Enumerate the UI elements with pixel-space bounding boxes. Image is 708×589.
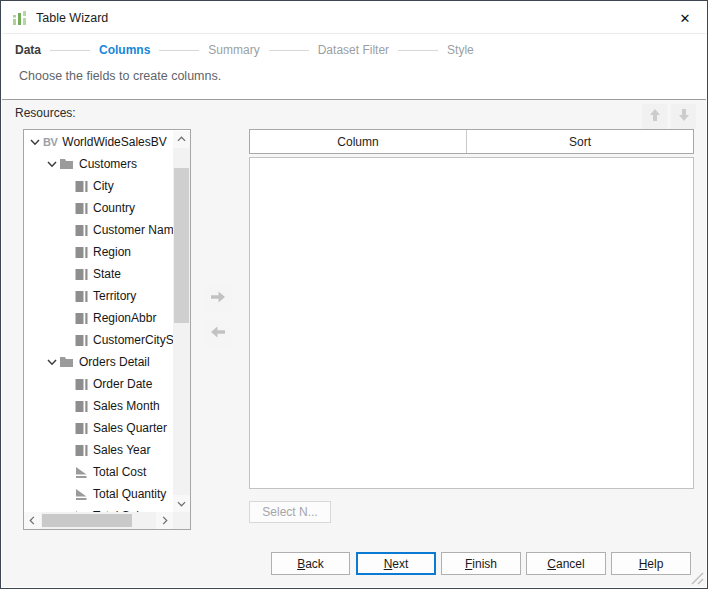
field-icon — [75, 334, 88, 347]
tree-item-sales-quarter[interactable]: Sales Quarter — [25, 417, 173, 439]
tree-item-worldwidesalesbv[interactable]: BVWorldWideSalesBV — [25, 131, 173, 153]
measure-icon — [75, 466, 88, 479]
field-icon — [75, 378, 88, 391]
scroll-right-icon[interactable] — [156, 512, 173, 529]
tree-item-country[interactable]: Country — [25, 197, 173, 219]
button-mnemonic: C — [547, 557, 556, 571]
tree-item-customercitystatez[interactable]: CustomerCityStateZ — [25, 329, 173, 351]
tree-vertical-scrollbar[interactable] — [173, 131, 190, 512]
folder-icon — [60, 158, 74, 170]
tree-item-label: Total Cost — [93, 465, 146, 479]
field-icon — [75, 246, 88, 259]
step-separator — [159, 50, 199, 51]
field-icon — [75, 224, 88, 237]
button-label-rest: elp — [647, 557, 663, 571]
wizard-subtitle: Choose the fields to create columns. — [19, 69, 221, 83]
arrow-left-icon — [209, 324, 227, 344]
folder-icon — [60, 356, 74, 368]
resize-grip[interactable] — [690, 571, 704, 585]
tree-item-sales-year[interactable]: Sales Year — [25, 439, 173, 461]
horizontal-scroll-thumb[interactable] — [42, 514, 132, 527]
tree-item-customers[interactable]: Customers — [25, 153, 173, 175]
tree-item-label: RegionAbbr — [93, 311, 156, 325]
arrow-right-icon — [209, 289, 227, 309]
scroll-left-icon[interactable] — [24, 512, 41, 529]
resources-label: Resources: — [15, 106, 76, 120]
tree-item-total-cost[interactable]: Total Cost — [25, 461, 173, 483]
back-button[interactable]: Back — [271, 552, 350, 575]
tree-item-city[interactable]: City — [25, 175, 173, 197]
table-wizard-app-icon — [12, 10, 28, 27]
tree-item-label: Customer Name — [93, 223, 173, 237]
chevron-down-icon[interactable] — [29, 136, 41, 148]
table-wizard-dialog: Table Wizard ✕ DataColumnsSummaryDataset… — [0, 0, 708, 589]
scroll-down-icon[interactable] — [173, 495, 190, 512]
field-icon — [75, 444, 88, 457]
tree-item-label: WorldWideSalesBV — [62, 135, 166, 149]
finish-button[interactable]: Finish — [441, 552, 521, 575]
step-separator — [269, 50, 309, 51]
tree-item-label: City — [93, 179, 114, 193]
vertical-scroll-thumb[interactable] — [174, 168, 189, 323]
tree-item-label: Sales Year — [93, 443, 150, 457]
help-button[interactable]: Help — [611, 552, 691, 575]
column-header-column: Column — [250, 130, 467, 153]
tree-item-label: Country — [93, 201, 135, 215]
tree-item-regionabbr[interactable]: RegionAbbr — [25, 307, 173, 329]
field-icon — [75, 290, 88, 303]
tree-item-label: Sales Quarter — [93, 421, 167, 435]
wizard-step-bar: DataColumnsSummaryDataset FilterStyle — [15, 41, 474, 59]
tree-item-total-sal[interactable]: Total Sal — [25, 505, 173, 512]
button-mnemonic: F — [465, 557, 472, 571]
button-mnemonic: N — [384, 557, 393, 571]
field-icon — [75, 422, 88, 435]
columns-table-header: ColumnSort — [249, 129, 694, 154]
step-dataset-filter[interactable]: Dataset Filter — [318, 43, 389, 57]
move-up-button[interactable] — [642, 104, 667, 129]
close-icon[interactable]: ✕ — [676, 10, 694, 28]
chevron-down-icon[interactable] — [46, 356, 58, 368]
column-header-sort: Sort — [467, 130, 693, 153]
step-separator — [50, 50, 90, 51]
arrow-down-icon — [676, 107, 692, 127]
tree-item-sales-month[interactable]: Sales Month — [25, 395, 173, 417]
remove-column-button[interactable] — [205, 321, 231, 347]
button-label-rest: ancel — [556, 557, 585, 571]
tree-item-label: CustomerCityStateZ — [93, 333, 173, 347]
tree-item-orders-detail[interactable]: Orders Detail — [25, 351, 173, 373]
tree-item-label: Sales Month — [93, 399, 160, 413]
add-column-button[interactable] — [205, 286, 231, 312]
measure-icon — [75, 488, 88, 501]
tree-horizontal-scrollbar[interactable] — [24, 512, 173, 529]
title-bar: Table Wizard ✕ — [2, 2, 706, 34]
button-mnemonic: B — [297, 557, 305, 571]
columns-table-body[interactable] — [249, 157, 694, 489]
tree-item-order-date[interactable]: Order Date — [25, 373, 173, 395]
button-label-rest: ext — [392, 557, 408, 571]
field-icon — [75, 180, 88, 193]
move-down-button[interactable] — [671, 104, 696, 129]
step-style[interactable]: Style — [447, 43, 474, 57]
next-button[interactable]: Next — [356, 552, 436, 575]
resources-tree: BVWorldWideSalesBVCustomersCityCountryCu… — [23, 129, 191, 530]
button-mnemonic: H — [639, 557, 648, 571]
tree-item-territory[interactable]: Territory — [25, 285, 173, 307]
step-columns[interactable]: Columns — [99, 43, 150, 57]
field-icon — [75, 268, 88, 281]
tree-item-region[interactable]: Region — [25, 241, 173, 263]
step-data[interactable]: Data — [15, 43, 41, 57]
tree-item-state[interactable]: State — [25, 263, 173, 285]
field-icon — [75, 312, 88, 325]
cancel-button[interactable]: Cancel — [526, 552, 606, 575]
tree-item-label: Territory — [93, 289, 136, 303]
scroll-up-icon[interactable] — [173, 131, 190, 148]
select-n-button[interactable]: Select N... — [249, 501, 331, 523]
tree-item-customer-name[interactable]: Customer Name — [25, 219, 173, 241]
tree-item-label: Order Date — [93, 377, 152, 391]
tree-item-total-quantity[interactable]: Total Quantity — [25, 483, 173, 505]
step-summary[interactable]: Summary — [208, 43, 259, 57]
chevron-down-icon[interactable] — [46, 158, 58, 170]
select-n-label: Select N... — [262, 505, 317, 519]
field-icon — [75, 202, 88, 215]
tree-item-label: Region — [93, 245, 131, 259]
